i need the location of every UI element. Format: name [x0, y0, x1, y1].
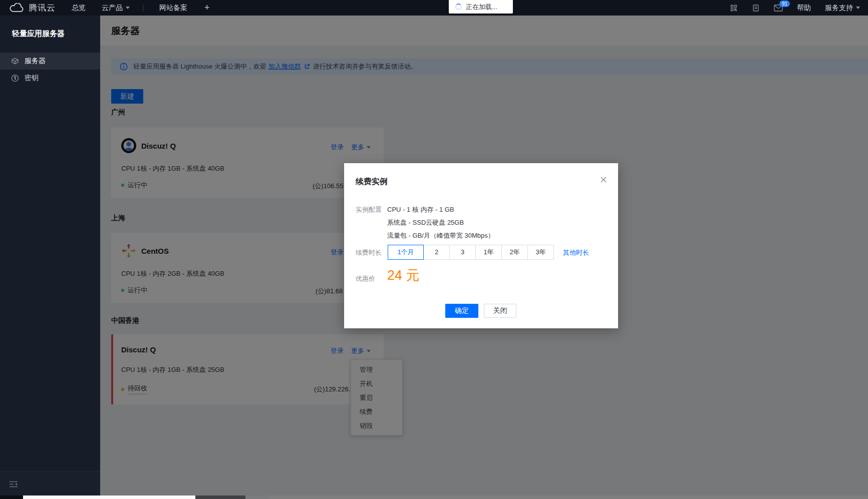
sidebar-item-label: 密钥	[25, 74, 39, 83]
nav-item-cloud-products[interactable]: 云产品	[102, 4, 130, 13]
nav-item-icp[interactable]: 网站备案	[159, 4, 187, 13]
sidebar-footer	[0, 471, 100, 499]
tencent-cloud-logo[interactable]: 腾讯云	[9, 2, 56, 14]
duration-option-1month[interactable]: 1个月	[388, 245, 424, 260]
config-line-disk: 系统盘 - SSD云硬盘 25GB	[387, 218, 464, 227]
messages-icon[interactable]: 91	[774, 5, 783, 12]
document-icon[interactable]	[752, 4, 760, 12]
modal-title: 续费实例	[356, 177, 388, 187]
duration-option-3year[interactable]: 3年	[527, 245, 554, 260]
duration-label: 续费时长	[356, 248, 382, 257]
message-count-badge: 91	[779, 1, 790, 7]
price-label: 优惠价	[356, 274, 375, 283]
loading-spinner-icon	[455, 4, 462, 10]
other-duration-link[interactable]: 其他时长	[563, 248, 589, 257]
nav-divider	[143, 5, 143, 12]
horizontal-scrollbar-track[interactable]	[23, 495, 195, 499]
horizontal-scrollbar-track[interactable]	[245, 495, 269, 499]
scrollbar-corner	[0, 495, 23, 499]
cloud-logo-icon	[9, 3, 24, 13]
confirm-button[interactable]: 确定	[445, 304, 478, 318]
loading-toast: 正在加载...	[449, 0, 513, 14]
sidebar-item-servers[interactable]: 服务器	[0, 53, 100, 70]
sidebar: 轻量应用服务器 服务器 密钥	[0, 16, 100, 499]
nav-item-support[interactable]: 服务支持	[825, 4, 860, 13]
price-value: 24 元	[387, 266, 420, 284]
duration-options: 1个月 2 3 1年 2年 3年	[388, 245, 554, 260]
renew-instance-modal: 续费实例 实例配置 CPU - 1 核 内存 - 1 GB 系统盘 - SSD云…	[344, 163, 618, 328]
sidebar-item-keys[interactable]: 密钥	[0, 70, 100, 87]
close-icon[interactable]	[600, 176, 607, 185]
close-button[interactable]: 关闭	[484, 304, 516, 318]
add-nav-shortcut-button[interactable]: +	[204, 3, 210, 13]
config-line-cpu: CPU - 1 核 内存 - 1 GB	[387, 205, 454, 214]
nav-item-overview[interactable]: 总览	[72, 4, 86, 13]
top-navbar: 腾讯云 总览 云产品 网站备案 + 91 帮助 服务支持	[0, 0, 868, 16]
duration-option-3[interactable]: 3	[449, 245, 476, 260]
config-line-traffic: 流量包 - GB/月（峰值带宽 30Mbps）	[387, 231, 494, 240]
sidebar-title: 轻量应用服务器	[12, 29, 100, 39]
nav-item-help[interactable]: 帮助	[797, 4, 811, 13]
sidebar-item-label: 服务器	[25, 57, 46, 66]
brand-name: 腾讯云	[29, 2, 56, 14]
config-label: 实例配置	[356, 205, 382, 214]
chevron-down-icon	[126, 7, 130, 9]
duration-option-2[interactable]: 2	[423, 245, 450, 260]
qrcode-icon[interactable]	[730, 4, 738, 12]
collapse-sidebar-icon[interactable]	[9, 480, 18, 490]
duration-option-2year[interactable]: 2年	[501, 245, 528, 260]
loading-toast-text: 正在加载...	[466, 3, 497, 12]
duration-option-1year[interactable]: 1年	[475, 245, 502, 260]
horizontal-scrollbar-thumb[interactable]	[195, 495, 245, 499]
server-icon	[11, 57, 19, 65]
key-icon	[11, 74, 19, 82]
chevron-down-icon	[856, 7, 860, 9]
